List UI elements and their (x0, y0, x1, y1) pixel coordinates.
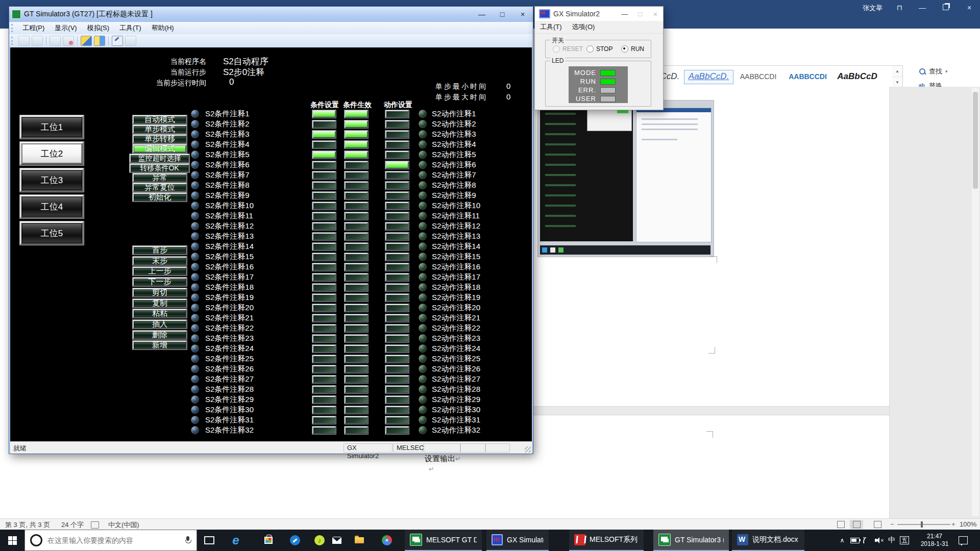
edge-icon[interactable]: e (230, 534, 242, 546)
option-setting-icon[interactable] (112, 36, 123, 46)
nav-button-6[interactable]: 复制 (133, 299, 187, 308)
gt-menu-1[interactable]: 显示(V) (50, 22, 82, 34)
ribbon-display-options-icon[interactable]: ⊓ (891, 0, 908, 15)
nav-button-10[interactable]: 新增 (133, 341, 187, 349)
start-button[interactable] (0, 530, 24, 551)
gx-minimize-button[interactable]: — (617, 10, 632, 18)
gt-menu-3[interactable]: 工具(T) (114, 22, 146, 34)
zoom-slider-handle[interactable] (921, 521, 923, 528)
chrome-icon[interactable] (381, 534, 393, 546)
gx-titlebar[interactable]: GX Simulator2 — □ × (535, 7, 663, 21)
tool-icon[interactable] (289, 534, 301, 546)
nav-button-5[interactable]: 剪切 (133, 288, 187, 297)
read-mode-button[interactable] (834, 520, 847, 529)
action-center-icon[interactable] (955, 530, 971, 551)
nav-button-4[interactable]: 下一步 (133, 278, 187, 286)
condition-label: S2条件注释1 (205, 109, 250, 119)
taskbar-app-2[interactable]: GX Simulator2 (486, 530, 549, 551)
station-button-2[interactable]: 工位2 (20, 142, 84, 165)
gallery-up-icon[interactable]: ▴ (892, 66, 902, 77)
gt-maximize-button[interactable]: □ (492, 8, 512, 20)
mode-button-1[interactable]: 自动模式 (133, 115, 187, 124)
mode-button-8[interactable]: 异常复位 (133, 183, 187, 192)
gt-menu-4[interactable]: 帮助(H) (146, 22, 179, 34)
mode-button-6[interactable]: 转移条件OK (130, 164, 189, 172)
mode-button-3[interactable]: 单步转移 (133, 135, 187, 143)
search-input[interactable] (46, 536, 185, 545)
ime-language-indicator[interactable]: 中 (886, 530, 897, 551)
word-restore-button[interactable] (937, 0, 954, 15)
wifi-icon[interactable] (862, 530, 873, 551)
station-button-3[interactable]: 工位3 (20, 168, 84, 192)
toolbar-more-icon[interactable] (125, 36, 136, 46)
task-view-icon[interactable] (203, 534, 215, 546)
radio-stop[interactable]: STOP (586, 45, 612, 53)
condition-label: S2条件注释11 (205, 211, 253, 221)
monitor-start-icon[interactable] (50, 36, 61, 46)
gt-minimize-button[interactable]: — (472, 8, 492, 20)
word-minimize-button[interactable]: — (914, 0, 931, 15)
zoom-level[interactable]: 100% (960, 520, 976, 528)
nav-button-9[interactable]: 删除 (133, 331, 187, 339)
mode-button-5[interactable]: 监控超时选择 (130, 154, 189, 163)
gx-close-button[interactable]: × (648, 10, 663, 18)
word-count[interactable]: 24 个字 (61, 520, 84, 530)
nav-button-2[interactable]: 末步 (133, 257, 187, 265)
nav-button-8[interactable]: 插入 (133, 320, 187, 329)
nav-button-7[interactable]: 粘粘 (133, 309, 187, 318)
device-read-write-icon[interactable] (94, 36, 105, 46)
mail-icon[interactable] (331, 534, 343, 546)
find-button[interactable]: 查找 ▾ (919, 65, 977, 78)
mode-button-2[interactable]: 单步模式 (133, 125, 187, 134)
store-icon[interactable] (262, 534, 275, 546)
condition-label: S2条件注释31 (205, 415, 254, 425)
taskbar-clock[interactable]: 21:47 2018-1-31 (917, 530, 952, 551)
word-close-button[interactable]: × (961, 0, 978, 15)
screen-capture-icon[interactable] (81, 36, 92, 46)
mode-button-7[interactable]: 异常 (133, 173, 187, 182)
taskbar-app-3[interactable]: MELSOFT系列 GX... (569, 530, 644, 551)
proofing-icon[interactable] (91, 521, 99, 529)
gx-menu-0[interactable]: 工具(T) (535, 21, 567, 33)
zoom-out-button[interactable]: − (890, 520, 894, 528)
nav-button-1[interactable]: 首步 (133, 246, 187, 255)
gt-menu-0[interactable]: 工程(P) (17, 22, 50, 34)
taskbar-app-1[interactable]: MELSOFT GT Des... (405, 530, 482, 551)
gx-menu-1[interactable]: 选项(O) (567, 21, 600, 33)
zoom-slider-track[interactable] (897, 524, 950, 525)
file-explorer-icon[interactable] (353, 534, 365, 546)
hidden-icons-button[interactable]: ∧ (837, 530, 847, 551)
document-scrollbar-thumb[interactable] (973, 92, 978, 189)
taskbar-app-4[interactable]: GT Simulator3 (G... (653, 530, 729, 551)
radio-run[interactable]: RUN (621, 45, 644, 53)
simulate-stop-icon[interactable] (63, 36, 74, 46)
station-button-5[interactable]: 工位5 (20, 221, 84, 245)
save-project-icon[interactable] (32, 36, 43, 46)
battery-icon[interactable] (849, 530, 861, 551)
gt-close-button[interactable]: × (512, 8, 533, 20)
nav-button-3[interactable]: 上一步 (133, 267, 187, 276)
taskbar-app-5[interactable]: 说明文档.docx - ... (732, 530, 804, 551)
taskbar-search[interactable] (24, 530, 197, 551)
volume-muted-icon[interactable]: × (873, 530, 886, 551)
station-button-1[interactable]: 工位1 (20, 115, 84, 139)
ime-mode-indicator[interactable]: 五 (898, 530, 911, 551)
gt-titlebar[interactable]: GT Simulator3 (GT27) [工程标题未设置 ] — □ × (9, 7, 533, 22)
zoom-in-button[interactable]: + (951, 520, 955, 528)
mode-button-9[interactable]: 初始化 (133, 193, 187, 202)
hmi-info-label: 当前运行步 (142, 68, 206, 77)
page-indicator[interactable]: 第 3 页, 共 3 页 (5, 520, 50, 530)
mode-button-4[interactable]: 编辑模式 (133, 144, 187, 153)
microphone-icon[interactable] (185, 536, 190, 544)
resize-grip[interactable] (525, 446, 531, 453)
web-layout-button[interactable] (871, 520, 884, 529)
print-layout-button[interactable] (850, 520, 863, 529)
language-indicator[interactable]: 中文(中国) (108, 520, 139, 530)
music-icon[interactable]: ♪ (313, 534, 326, 546)
open-project-icon[interactable] (18, 36, 30, 46)
station-button-4[interactable]: 工位4 (20, 195, 84, 218)
gt-menu-2[interactable]: 模拟(S) (82, 22, 114, 34)
condition-led (191, 243, 199, 250)
radio-reset[interactable]: RESET (553, 45, 583, 53)
action-led (419, 396, 426, 403)
